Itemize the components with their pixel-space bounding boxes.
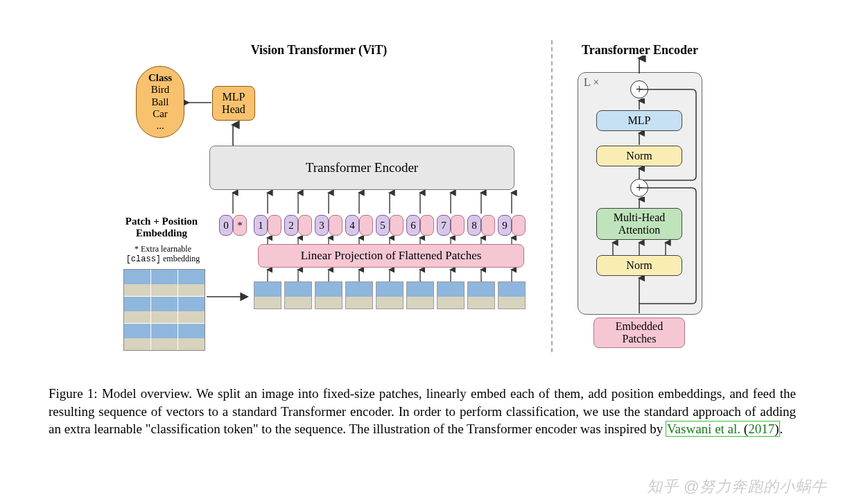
patch-position-embedding-label: Patch + Position Embedding: [114, 216, 209, 238]
pe-l2: Embedding: [136, 227, 187, 238]
arrow-image-to-patches: [207, 290, 252, 304]
token-7: 7: [437, 215, 451, 236]
arrow-mlp-to-plus: [632, 98, 646, 111]
arrow-plus2-to-norm: [632, 166, 646, 180]
class-token-literal: [class]: [126, 254, 161, 264]
pos-emb-7: [451, 215, 465, 236]
patch-9: [498, 281, 526, 309]
pos-emb-2: [298, 215, 312, 236]
patch-7: [437, 281, 465, 309]
class-item-1: Ball: [146, 96, 174, 108]
vit-title: Vision Transformer (ViT): [222, 43, 416, 58]
token-2: 2: [284, 215, 298, 236]
class-output-box: Class Bird Ball Car ...: [136, 66, 184, 138]
pos-emb-6: [420, 215, 434, 236]
class-item-3: ...: [146, 120, 174, 132]
pe-l1: Patch + Position: [125, 216, 198, 227]
token-8: 8: [467, 215, 481, 236]
token-4-label: 4: [349, 220, 355, 232]
attn-l2: Attention: [618, 224, 660, 236]
attn-l1: Multi-Head: [614, 211, 666, 224]
arrows-tokens-to-encoder: [208, 190, 534, 215]
patch-2: [284, 281, 312, 309]
pos-emb-8: [481, 215, 495, 236]
arrows-linproj-to-tokens: [250, 236, 534, 245]
linear-projection-label: Linear Projection of Flattened Patches: [301, 249, 482, 263]
token-7-label: 7: [441, 220, 446, 232]
token-5: 5: [376, 215, 390, 236]
skip-upper-line: [638, 80, 700, 183]
pos-emb-1: [268, 215, 281, 236]
linear-projection-box: Linear Projection of Flattened Patches: [258, 244, 524, 268]
patch-5: [376, 281, 404, 309]
token-6: 6: [406, 215, 420, 236]
token-star-label: *: [237, 220, 243, 232]
encoder-mlp-block: MLP: [596, 110, 682, 131]
pos-emb-9: [512, 215, 526, 236]
class-item-0: Bird: [146, 84, 174, 96]
patch-6: [406, 281, 434, 309]
input-image-grid: [123, 269, 205, 351]
patch-3: [315, 281, 343, 309]
token-0-label: 0: [223, 220, 229, 232]
patch-1: [254, 281, 281, 309]
encoder-norm-upper-label: Norm: [626, 150, 652, 162]
figure-caption: Figure 1: Model overview. We split an im…: [49, 385, 796, 438]
token-9: 9: [498, 215, 512, 236]
transformer-encoder-box: Transformer Encoder: [209, 146, 514, 190]
token-3: 3: [315, 215, 329, 236]
pe-note-l1: * Extra learnable: [135, 244, 191, 254]
encoder-mlp-label: MLP: [628, 114, 651, 127]
token-3-label: 3: [319, 220, 324, 232]
token-0: 0: [219, 215, 233, 236]
arrow-encoder-to-mlphead: [226, 121, 240, 148]
pos-emb-4: [359, 215, 373, 236]
extra-learnable-note: * Extra learnable [class] embedding: [118, 244, 208, 265]
pos-emb-3: [329, 215, 343, 236]
embedded-patches-box: Embedded Patches: [593, 318, 685, 348]
arrows-patches-to-linproj: [250, 268, 534, 283]
arrow-norm-to-mlp: [632, 131, 646, 146]
citation-link[interactable]: Vaswani et al. (2017): [666, 422, 779, 436]
token-star: *: [233, 215, 247, 236]
token-4: 4: [345, 215, 359, 236]
token-6-label: 6: [410, 220, 416, 232]
embedded-l2: Patches: [623, 333, 657, 345]
encoder-norm-upper: Norm: [596, 146, 682, 166]
class-header: Class: [146, 72, 174, 84]
arrow-mlphead-to-class: [184, 96, 211, 110]
citation-author: Vaswani et al.: [667, 422, 740, 437]
mlp-head-l1: MLP: [223, 91, 245, 103]
encoder-norm-lower: Norm: [596, 255, 682, 276]
token-8-label: 8: [471, 220, 477, 232]
patch-8: [467, 281, 495, 309]
pe-note-l3: embedding: [161, 254, 200, 263]
token-1: 1: [254, 215, 268, 236]
arrow-embedded-to-norm: [632, 276, 646, 315]
encoder-norm-lower-label: Norm: [626, 259, 652, 272]
mlp-head-box: MLP Head: [212, 86, 255, 121]
patch-4: [345, 281, 373, 309]
class-item-2: Car: [146, 108, 174, 120]
section-divider: [551, 40, 553, 352]
pos-emb-5: [390, 215, 404, 236]
watermark: 知乎 @努力奔跑的小蜗牛: [647, 476, 827, 497]
token-5-label: 5: [380, 220, 385, 232]
arrow-encoder-output: [632, 55, 646, 75]
encoder-attention-block: Multi-Head Attention: [596, 208, 682, 240]
arrows-norm-to-attn: [596, 240, 682, 257]
token-1-label: 1: [258, 220, 263, 232]
citation-year: 2017: [748, 422, 774, 437]
mlp-head-l2: Head: [222, 103, 245, 116]
embedded-l1: Embedded: [616, 320, 663, 333]
token-2-label: 2: [288, 220, 294, 232]
encoder-label: Transformer Encoder: [306, 160, 418, 175]
encoder-repeat-label: L ×: [584, 76, 599, 89]
token-9-label: 9: [502, 220, 508, 232]
